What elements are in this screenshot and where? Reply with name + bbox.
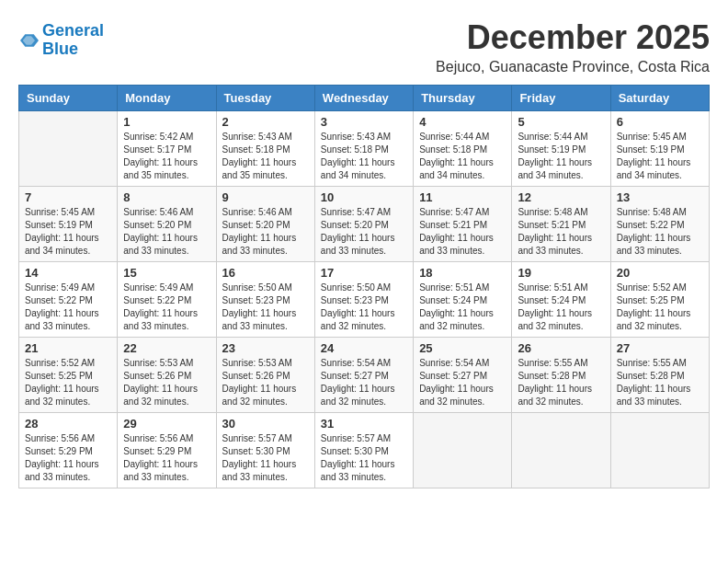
day-info: Sunrise: 5:42 AMSunset: 5:17 PMDaylight:… <box>123 131 210 182</box>
day-number: 24 <box>321 341 407 355</box>
day-number: 31 <box>321 417 407 431</box>
day-info: Sunrise: 5:57 AMSunset: 5:30 PMDaylight:… <box>321 432 407 484</box>
calendar-cell: 18Sunrise: 5:51 AMSunset: 5:24 PMDayligh… <box>414 262 512 338</box>
calendar-cell: 21Sunrise: 5:52 AMSunset: 5:25 PMDayligh… <box>19 338 118 413</box>
calendar-header-row: Sunday Monday Tuesday Wednesday Thursday… <box>19 86 710 111</box>
day-number: 8 <box>123 190 210 204</box>
day-number: 6 <box>617 115 703 129</box>
day-number: 18 <box>419 266 506 280</box>
logo-text-blue: Blue <box>42 40 104 59</box>
col-friday: Friday <box>512 86 610 111</box>
col-monday: Monday <box>118 86 216 111</box>
day-info: Sunrise: 5:52 AMSunset: 5:25 PMDaylight:… <box>617 282 703 333</box>
day-number: 23 <box>222 341 309 355</box>
col-thursday: Thursday <box>414 86 512 111</box>
col-saturday: Saturday <box>610 86 709 111</box>
day-info: Sunrise: 5:55 AMSunset: 5:28 PMDaylight:… <box>617 357 703 408</box>
day-number: 21 <box>25 341 111 355</box>
day-info: Sunrise: 5:43 AMSunset: 5:18 PMDaylight:… <box>321 131 407 182</box>
day-number: 4 <box>419 115 506 129</box>
day-number: 3 <box>321 115 407 129</box>
calendar-week-2: 7Sunrise: 5:45 AMSunset: 5:19 PMDaylight… <box>19 187 710 262</box>
day-info: Sunrise: 5:47 AMSunset: 5:20 PMDaylight:… <box>321 206 407 258</box>
day-number: 22 <box>123 341 210 355</box>
day-number: 26 <box>518 341 604 355</box>
col-sunday: Sunday <box>19 86 118 111</box>
title-block: December 2025 Bejuco, Guanacaste Provinc… <box>436 18 710 75</box>
day-info: Sunrise: 5:46 AMSunset: 5:20 PMDaylight:… <box>222 206 309 258</box>
day-number: 29 <box>123 417 210 431</box>
day-number: 30 <box>222 417 309 431</box>
day-number: 5 <box>518 115 604 129</box>
calendar-cell: 15Sunrise: 5:49 AMSunset: 5:22 PMDayligh… <box>118 262 216 338</box>
day-info: Sunrise: 5:44 AMSunset: 5:19 PMDaylight:… <box>518 131 604 182</box>
calendar-week-5: 28Sunrise: 5:56 AMSunset: 5:29 PMDayligh… <box>19 413 710 488</box>
day-info: Sunrise: 5:54 AMSunset: 5:27 PMDaylight:… <box>321 357 407 408</box>
day-number: 13 <box>617 190 703 204</box>
day-number: 12 <box>518 190 604 204</box>
logo-icon <box>20 31 39 50</box>
day-info: Sunrise: 5:45 AMSunset: 5:19 PMDaylight:… <box>617 131 703 182</box>
day-info: Sunrise: 5:56 AMSunset: 5:29 PMDaylight:… <box>123 432 210 484</box>
calendar-cell: 14Sunrise: 5:49 AMSunset: 5:22 PMDayligh… <box>19 262 118 338</box>
calendar-week-3: 14Sunrise: 5:49 AMSunset: 5:22 PMDayligh… <box>19 262 710 338</box>
day-info: Sunrise: 5:55 AMSunset: 5:28 PMDaylight:… <box>518 357 604 408</box>
day-number: 14 <box>25 266 111 280</box>
day-info: Sunrise: 5:49 AMSunset: 5:22 PMDaylight:… <box>123 282 210 333</box>
calendar-cell: 24Sunrise: 5:54 AMSunset: 5:27 PMDayligh… <box>314 338 413 413</box>
calendar-cell: 20Sunrise: 5:52 AMSunset: 5:25 PMDayligh… <box>610 262 709 338</box>
calendar-cell: 4Sunrise: 5:44 AMSunset: 5:18 PMDaylight… <box>414 111 512 187</box>
day-info: Sunrise: 5:53 AMSunset: 5:26 PMDaylight:… <box>222 357 309 408</box>
calendar-cell: 12Sunrise: 5:48 AMSunset: 5:21 PMDayligh… <box>512 187 610 262</box>
day-info: Sunrise: 5:47 AMSunset: 5:21 PMDaylight:… <box>419 206 506 258</box>
calendar-cell <box>19 111 118 187</box>
calendar-cell: 2Sunrise: 5:43 AMSunset: 5:18 PMDaylight… <box>216 111 314 187</box>
calendar-cell <box>512 413 610 488</box>
day-info: Sunrise: 5:57 AMSunset: 5:30 PMDaylight:… <box>222 432 309 484</box>
day-number: 7 <box>25 190 111 204</box>
calendar-cell: 16Sunrise: 5:50 AMSunset: 5:23 PMDayligh… <box>216 262 314 338</box>
calendar-cell: 5Sunrise: 5:44 AMSunset: 5:19 PMDaylight… <box>512 111 610 187</box>
calendar-cell: 9Sunrise: 5:46 AMSunset: 5:20 PMDaylight… <box>216 187 314 262</box>
day-number: 1 <box>123 115 210 129</box>
day-number: 25 <box>419 341 506 355</box>
day-info: Sunrise: 5:46 AMSunset: 5:20 PMDaylight:… <box>123 206 210 258</box>
calendar-cell: 30Sunrise: 5:57 AMSunset: 5:30 PMDayligh… <box>216 413 314 488</box>
day-number: 2 <box>222 115 309 129</box>
calendar-cell: 11Sunrise: 5:47 AMSunset: 5:21 PMDayligh… <box>414 187 512 262</box>
day-info: Sunrise: 5:51 AMSunset: 5:24 PMDaylight:… <box>518 282 604 333</box>
day-number: 19 <box>518 266 604 280</box>
calendar-week-4: 21Sunrise: 5:52 AMSunset: 5:25 PMDayligh… <box>19 338 710 413</box>
day-number: 20 <box>617 266 703 280</box>
day-info: Sunrise: 5:49 AMSunset: 5:22 PMDaylight:… <box>25 282 111 333</box>
calendar-cell: 23Sunrise: 5:53 AMSunset: 5:26 PMDayligh… <box>216 338 314 413</box>
day-info: Sunrise: 5:50 AMSunset: 5:23 PMDaylight:… <box>321 282 407 333</box>
day-info: Sunrise: 5:48 AMSunset: 5:21 PMDaylight:… <box>518 206 604 258</box>
calendar-cell: 17Sunrise: 5:50 AMSunset: 5:23 PMDayligh… <box>314 262 413 338</box>
calendar-cell: 19Sunrise: 5:51 AMSunset: 5:24 PMDayligh… <box>512 262 610 338</box>
day-number: 9 <box>222 190 309 204</box>
calendar-cell: 6Sunrise: 5:45 AMSunset: 5:19 PMDaylight… <box>610 111 709 187</box>
calendar-cell: 26Sunrise: 5:55 AMSunset: 5:28 PMDayligh… <box>512 338 610 413</box>
calendar-table: Sunday Monday Tuesday Wednesday Thursday… <box>18 85 710 488</box>
calendar-cell: 27Sunrise: 5:55 AMSunset: 5:28 PMDayligh… <box>610 338 709 413</box>
calendar-cell <box>610 413 709 488</box>
calendar-cell: 25Sunrise: 5:54 AMSunset: 5:27 PMDayligh… <box>414 338 512 413</box>
day-info: Sunrise: 5:52 AMSunset: 5:25 PMDaylight:… <box>25 357 111 408</box>
day-number: 16 <box>222 266 309 280</box>
calendar-cell: 10Sunrise: 5:47 AMSunset: 5:20 PMDayligh… <box>314 187 413 262</box>
col-wednesday: Wednesday <box>314 86 413 111</box>
calendar-cell: 29Sunrise: 5:56 AMSunset: 5:29 PMDayligh… <box>118 413 216 488</box>
main-title: December 2025 <box>436 18 710 57</box>
calendar-cell: 22Sunrise: 5:53 AMSunset: 5:26 PMDayligh… <box>118 338 216 413</box>
calendar-cell: 31Sunrise: 5:57 AMSunset: 5:30 PMDayligh… <box>314 413 413 488</box>
calendar-cell: 13Sunrise: 5:48 AMSunset: 5:22 PMDayligh… <box>610 187 709 262</box>
calendar-cell: 1Sunrise: 5:42 AMSunset: 5:17 PMDaylight… <box>118 111 216 187</box>
day-info: Sunrise: 5:44 AMSunset: 5:18 PMDaylight:… <box>419 131 506 182</box>
calendar-cell: 8Sunrise: 5:46 AMSunset: 5:20 PMDaylight… <box>118 187 216 262</box>
day-number: 17 <box>321 266 407 280</box>
day-number: 28 <box>25 417 111 431</box>
col-tuesday: Tuesday <box>216 86 314 111</box>
page-container: General Blue December 2025 Bejuco, Guana… <box>18 18 710 488</box>
logo-text: General <box>42 22 104 40</box>
